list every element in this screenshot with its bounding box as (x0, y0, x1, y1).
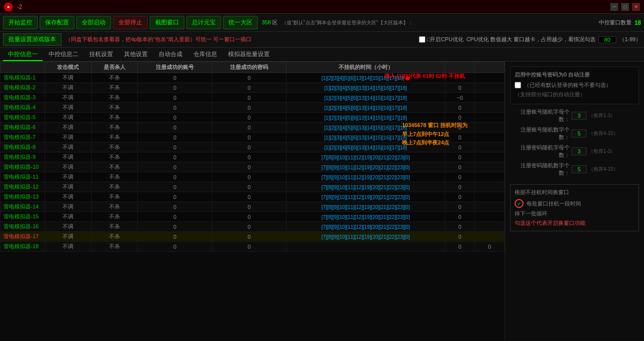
idle-time-cell[interactable]: [1][2][3][4][5][6][13][14][15][16][17][1… (287, 133, 445, 142)
table-row[interactable]: 雷电模拟器-13 不调 不杀 0 0 [7][8][9][10][11][12]… (0, 192, 505, 202)
idle-time-cell[interactable]: [7][8][9][10][11][12][19][20][21][22][23… (287, 222, 445, 232)
table-body: 雷电模拟器-1 不调 不杀 0 0 [1][2][3][4][5][6][13]… (0, 73, 505, 252)
reg-acc-cell: 0 (138, 192, 212, 202)
emulator-name-cell[interactable]: 雷电模拟器-11 (0, 172, 45, 182)
tab-info2[interactable]: 中控信息二 (44, 49, 83, 61)
emulator-name-cell[interactable]: 雷电模拟器-10 (0, 162, 45, 172)
switch-checkbox-row[interactable]: 每批窗口挂机一段时间 (515, 199, 635, 208)
emulator-name-cell[interactable]: 雷电模拟器-13 (0, 192, 45, 202)
reg-pwd-letters-input[interactable] (572, 147, 586, 155)
emulator-name-cell[interactable]: 雷电模拟器-17 (0, 232, 45, 242)
reg-acc-nums-label: 注册账号随机数字个数： (510, 126, 570, 141)
save-config-button[interactable]: 保存配置 (40, 16, 74, 29)
coins-button[interactable]: 总计元宝 (186, 16, 221, 29)
minimize-button[interactable]: ─ (610, 3, 618, 11)
idle-time-cell[interactable]: [7][8][9][10][11][12][19][20][21][22][23… (287, 162, 445, 172)
emulator-name-cell[interactable]: 雷电模拟器-18 (0, 242, 45, 252)
tab-batch-emulator[interactable]: 模拟器批量设置 (223, 49, 275, 61)
reg-pwd-nums-input[interactable] (572, 165, 586, 173)
cpu-optimize-checkbox[interactable]: □开启CPU优化 (419, 36, 464, 43)
maximize-button[interactable]: □ (621, 3, 629, 11)
reg-acc-nums-input[interactable] (572, 130, 586, 137)
attack-mode-cell: 不调 (45, 103, 92, 113)
idle-time-cell[interactable]: [7][8][9][10][11][12][19][20][21][22][23… (287, 152, 445, 162)
table-row[interactable]: 雷电模拟器-7 不调 不杀 0 0 [1][2][3][4][5][6][13]… (0, 133, 505, 142)
table-row[interactable]: 雷电模拟器-12 不调 不杀 0 0 [7][8][9][10][11][12]… (0, 182, 505, 192)
reg-pwd-cell: 0 (212, 182, 287, 192)
idle-time-cell[interactable]: [1][2][3][4][5][6][13][14][15][16][17][1… (287, 123, 445, 133)
table-row[interactable]: 雷电模拟器-15 不调 不杀 0 0 [7][8][9][10][11][12]… (0, 212, 505, 222)
reg-pwd-letters-label: 注册密码随机字母个数： (510, 144, 570, 159)
table-row[interactable]: 雷电模拟器-11 不调 不杀 0 0 [7][8][9][10][11][12]… (0, 172, 505, 182)
tab-info1[interactable]: 中控信息一 (3, 49, 43, 61)
table-row[interactable]: 雷电模拟器-10 不调 不杀 0 0 [7][8][9][10][11][12]… (0, 162, 505, 172)
right-panel: 启用中控账号密码为0 自动注册 （已经有默认登录的账号不要勾选） （支持部分端口… (505, 62, 644, 341)
idle-time-cell[interactable]: [7][8][9][10][11][12][19][20][21][22][23… (287, 212, 445, 222)
idle-time-cell[interactable]: [7][8][9][10][11][12][19][20][21][22][23… (287, 182, 445, 192)
cpu-hint: CPU优化 数值越大 窗口越卡，占用越少，看情况勾选 (467, 36, 595, 43)
batch-version-button[interactable]: 批量设置游戏版本 (3, 33, 61, 46)
screenshot-button[interactable]: 截图窗口 (150, 16, 184, 29)
table-row[interactable]: 雷电模拟器-16 不调 不杀 0 0 [7][8][9][10][11][12]… (0, 222, 505, 232)
emulator-name-cell[interactable]: 雷电模拟器-15 (0, 212, 45, 222)
reg-acc-nums-row: 注册账号随机数字个数： （推荐4-10） (510, 126, 639, 141)
idle-time-cell[interactable]: [1][2][3][4][5][6][13][14][15][16][17][1… (287, 103, 445, 113)
idle-time-cell[interactable]: [1][2][3][4][5][6][13][14][15][16][17][1… (287, 93, 445, 103)
emulator-name-cell[interactable]: 雷电模拟器-1 (0, 73, 45, 83)
idle-time-cell[interactable]: [7][8][9][10][11][12][19][20][21][22][23… (287, 192, 445, 202)
start-monitor-button[interactable]: 开始监控 (3, 16, 38, 29)
stop-all-button[interactable]: 全部停止 (113, 16, 148, 29)
tab-other-settings[interactable]: 其他设置 (119, 49, 153, 61)
table-row[interactable]: 雷电模拟器-1 不调 不杀 0 0 [1][2][3][4][5][6][13]… (0, 73, 505, 83)
extra1-cell: 0 (445, 113, 475, 123)
tab-warehouse[interactable]: 仓库信息 (188, 49, 222, 61)
table-row[interactable]: 雷电模拟器-17 不调 不杀 0 0 [7][8][9][10][11][12]… (0, 232, 505, 242)
emulator-name-cell[interactable]: 雷电模拟器-8 (0, 142, 45, 152)
table-row[interactable]: 雷电模拟器-2 不调 不杀 0 0 [1][2][3][4][5][6][13]… (0, 83, 505, 93)
reg-acc-cell: 0 (138, 202, 212, 212)
table-row[interactable]: 雷电模拟器-3 不调 不杀 0 0 [1][2][3][4][5][6][13]… (0, 93, 505, 103)
idle-time-cell[interactable] (287, 242, 445, 252)
table-row[interactable]: 雷电模拟器-4 不调 不杀 0 0 [1][2][3][4][5][6][13]… (0, 103, 505, 113)
extra2-cell (475, 123, 505, 133)
tab-auto-combine[interactable]: 自动合成 (154, 49, 187, 61)
idle-time-cell[interactable]: [1][2][3][4][5][6][13][14][15][16][17][1… (287, 73, 445, 83)
emulator-name-cell[interactable]: 雷电模拟器-3 (0, 93, 45, 103)
emulator-name-cell[interactable]: 雷电模拟器-16 (0, 222, 45, 232)
emulator-name-cell[interactable]: 雷电模拟器-6 (0, 123, 45, 133)
table-row[interactable]: 雷电模拟器-5 不调 不杀 0 0 [1][2][3][4][5][6][13]… (0, 113, 505, 123)
reg-checkbox[interactable] (515, 82, 521, 88)
cpu-value-input[interactable]: 80 (598, 36, 616, 43)
start-all-button[interactable]: 全部启动 (76, 16, 111, 29)
reg-acc-cell: 0 (138, 93, 212, 103)
table-row[interactable]: 雷电模拟器-8 不调 不杀 0 0 [1][2][3][4][5][6][13]… (0, 142, 505, 152)
table-row[interactable]: 雷电模拟器-14 不调 不杀 0 0 [7][8][9][10][11][12]… (0, 202, 505, 212)
titlebar: ● -2 ─ □ ✕ (0, 0, 644, 14)
emulator-name-cell[interactable]: 雷电模拟器-5 (0, 113, 45, 123)
extra2-cell (475, 73, 505, 83)
emulator-name-cell[interactable]: 雷电模拟器-2 (0, 83, 45, 93)
tab-hang-settings[interactable]: 挂机设置 (84, 49, 118, 61)
table-row[interactable]: 雷电模拟器-9 不调 不杀 0 0 [7][8][9][10][11][12][… (0, 152, 505, 162)
kill-mode-cell: 不杀 (91, 83, 138, 93)
emulator-name-cell[interactable]: 雷电模拟器-12 (0, 182, 45, 192)
emulator-name-cell[interactable]: 雷电模拟器-9 (0, 152, 45, 162)
idle-time-cell[interactable]: [1][2][3][4][5][6][13][14][15][16][17][1… (287, 113, 445, 123)
idle-time-cell[interactable]: [1][2][3][4][5][6][13][14][15][16][17][1… (287, 142, 445, 152)
emulator-name-cell[interactable]: 雷电模拟器-7 (0, 133, 45, 142)
unify-region-button[interactable]: 统一大区 (223, 16, 258, 29)
kill-mode-cell: 不杀 (91, 212, 138, 222)
app-title: -2 (17, 3, 22, 10)
table-row[interactable]: 雷电模拟器-18 不调 不杀 0 0 0 0 (0, 242, 505, 252)
cpu-range: （1-99） (619, 36, 641, 43)
idle-time-cell[interactable]: [7][8][9][10][11][12][19][20][21][22][23… (287, 202, 445, 212)
emulator-name-cell[interactable]: 雷电模拟器-4 (0, 103, 45, 113)
reg-acc-letters-input[interactable] (572, 112, 586, 120)
idle-time-cell[interactable]: [1][2][3][4][5][6][13][14][15][16][17][1… (287, 83, 445, 93)
close-button[interactable]: ✕ (632, 3, 640, 11)
cpu-optimize-input[interactable] (419, 36, 425, 43)
idle-time-cell[interactable]: [7][8][9][10][11][12][19][20][21][22][23… (287, 172, 445, 182)
table-row[interactable]: 雷电模拟器-6 不调 不杀 0 0 [1][2][3][4][5][6][13]… (0, 123, 505, 133)
emulator-name-cell[interactable]: 雷电模拟器-14 (0, 202, 45, 212)
idle-time-cell[interactable]: [7][8][9][10][11][12][19][20][21][22][23… (287, 232, 445, 242)
